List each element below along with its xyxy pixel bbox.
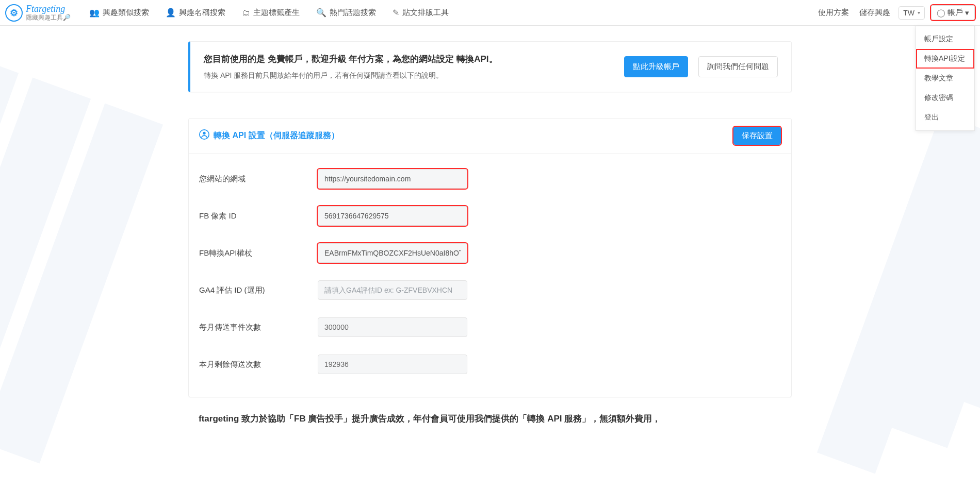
notice-main-text: 您目前使用的是 免費帳戶，歡迎升級 年付方案，為您的網站設定 轉換API。	[204, 53, 614, 65]
chevron-down-icon: ▾	[918, 10, 920, 15]
dropdown-conversion-api[interactable]: 轉換API設定	[916, 49, 974, 69]
user-icon: ◯	[937, 8, 945, 18]
nav-label: 熱門話題搜索	[330, 8, 376, 18]
nav-save-interest[interactable]: 儲存興趣	[854, 0, 895, 26]
people-icon: 👥	[89, 8, 100, 18]
panel-header: 轉換 API 設置（伺服器追蹤服務） 保存設置	[189, 119, 791, 154]
nav-label: 主題標籤產生	[253, 8, 300, 18]
nav-plan-label: 使用方案	[818, 8, 849, 18]
nav-name-search[interactable]: 👤 興趣名稱搜索	[157, 0, 234, 26]
brand-logo[interactable]: ⚙ Ftargeting 隱藏興趣工具🔎	[5, 4, 71, 22]
nav-plan[interactable]: 使用方案	[813, 0, 854, 26]
input-pixel-id[interactable]	[318, 206, 467, 226]
notice-sub-text: 轉換 API 服務目前只開放給年付的用戶，若有任何疑問請查看以下的說明。	[204, 71, 614, 80]
label-domain: 您網站的網域	[199, 174, 318, 184]
dropdown-tutorials[interactable]: 教學文章	[916, 69, 974, 88]
brand-subtitle: 隱藏興趣工具🔎	[26, 14, 71, 21]
label-monthly-events: 每月傳送事件次數	[199, 323, 318, 332]
upgrade-button[interactable]: 點此升級帳戶	[624, 56, 688, 77]
nav-label: 興趣類似搜索	[103, 8, 149, 18]
svg-point-1	[203, 132, 205, 134]
panel-title-text: 轉換 API 設置（伺服器追蹤服務）	[214, 130, 339, 141]
dropdown-change-password[interactable]: 修改密碼	[916, 88, 974, 108]
account-label: 帳戶	[948, 8, 963, 18]
label-api-token: FB轉換API權杖	[199, 248, 318, 258]
dropdown-account-settings[interactable]: 帳戶設定	[916, 29, 974, 49]
person-add-icon: 👤	[166, 8, 176, 18]
label-pixel-id: FB 像素 ID	[199, 211, 318, 221]
account-dropdown: 帳戶設定 轉換API設定 教學文章 修改密碼 登出	[916, 26, 975, 131]
account-menu-trigger[interactable]: ◯ 帳戶 ▾	[931, 5, 975, 20]
input-monthly-events	[318, 317, 467, 337]
nav-save-label: 儲存興趣	[859, 8, 890, 18]
top-nav: ⚙ Ftargeting 隱藏興趣工具🔎 👥 興趣類似搜索 👤 興趣名稱搜索 🗂…	[0, 0, 980, 26]
brand-title: Ftargeting	[26, 4, 71, 14]
label-ga4: GA4 評估 ID (選用)	[199, 285, 318, 295]
logo-icon: ⚙	[5, 4, 23, 22]
search-icon: 🔍	[316, 8, 326, 18]
input-ga4[interactable]	[318, 280, 467, 300]
input-domain[interactable]	[318, 169, 467, 189]
tag-icon: 🗂	[242, 8, 250, 18]
dropdown-logout[interactable]: 登出	[916, 108, 974, 127]
user-circle-icon	[199, 129, 209, 142]
nav-label: 貼文排版工具	[402, 8, 449, 18]
conversion-api-panel: 轉換 API 設置（伺服器追蹤服務） 保存設置 您網站的網域 FB 像素 ID …	[188, 118, 792, 397]
nav-label: 興趣名稱搜索	[179, 8, 225, 18]
lang-value: TW	[903, 9, 914, 17]
nav-trending-search[interactable]: 🔍 熱門話題搜索	[308, 0, 384, 26]
ask-us-button[interactable]: 詢問我們任何問題	[698, 56, 778, 77]
input-api-token[interactable]	[318, 243, 467, 263]
label-remaining: 本月剩餘傳送次數	[199, 360, 318, 369]
upgrade-notice: 您目前使用的是 免費帳戶，歡迎升級 年付方案，為您的網站設定 轉換API。 轉換…	[188, 41, 792, 92]
nav-tag-generate[interactable]: 🗂 主題標籤產生	[234, 0, 308, 26]
settings-form: 您網站的網域 FB 像素 ID FB轉換API權杖 GA4 評估 ID (選用)…	[189, 154, 791, 397]
caret-down-icon: ▾	[965, 8, 969, 18]
footer-description: ftargeting 致力於協助「FB 廣告投手」提升廣告成效，年付會員可使用我…	[188, 413, 792, 435]
nav-similar-search[interactable]: 👥 興趣類似搜索	[81, 0, 157, 26]
nav-post-tool[interactable]: ✎ 貼文排版工具	[384, 0, 457, 26]
edit-icon: ✎	[393, 8, 399, 18]
input-remaining	[318, 355, 467, 374]
save-settings-button[interactable]: 保存設置	[733, 127, 781, 145]
lang-select[interactable]: TW ▾	[899, 6, 925, 20]
